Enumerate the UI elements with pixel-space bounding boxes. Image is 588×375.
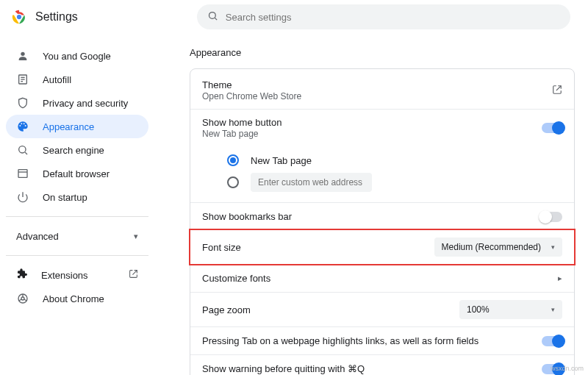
- quit-warning-row: Show warning before quitting with ⌘Q: [190, 354, 574, 375]
- extensions-label: Extensions: [41, 270, 88, 281]
- sidebar-separator: [6, 255, 148, 256]
- sidebar-separator: [6, 216, 148, 217]
- radio-newtab-row[interactable]: New Tab page: [227, 149, 562, 171]
- sidebar-item-label: Default browser: [43, 168, 110, 179]
- custom-address-input[interactable]: [251, 173, 372, 192]
- dropdown-triangle-icon: ▾: [551, 306, 555, 313]
- page-zoom-label: Page zoom: [202, 304, 251, 315]
- browser-icon: [16, 168, 29, 179]
- sidebar-item-label: Privacy and security: [43, 98, 128, 109]
- open-external-icon: [552, 85, 562, 97]
- bookmarks-toggle[interactable]: [542, 212, 562, 222]
- sidebar-item-extensions[interactable]: Extensions: [6, 263, 148, 287]
- person-icon: [16, 50, 29, 62]
- shield-icon: [16, 97, 29, 109]
- tab-highlight-row: Pressing Tab on a webpage highlights lin…: [190, 326, 574, 354]
- svg-point-1: [17, 15, 21, 19]
- home-button-label: Show home button: [202, 117, 282, 128]
- sidebar: You and Google Autofill Privacy and secu…: [0, 34, 154, 375]
- font-size-dropdown[interactable]: Medium (Recommended) ▾: [434, 238, 562, 257]
- tab-highlight-toggle[interactable]: [542, 336, 562, 346]
- home-button-options: New Tab page: [190, 146, 574, 202]
- appearance-card: Theme Open Chrome Web Store Show home bu…: [190, 68, 575, 375]
- svg-point-16: [21, 297, 24, 300]
- dropdown-triangle-icon: ▾: [551, 243, 555, 251]
- section-title: Appearance: [190, 47, 575, 58]
- home-button-row: Show home button New Tab page: [190, 109, 574, 146]
- home-button-sublabel: New Tab page: [202, 129, 282, 139]
- quit-warning-label: Show warning before quitting with ⌘Q: [202, 363, 365, 374]
- sidebar-item-label: About Chrome: [43, 293, 104, 304]
- sidebar-item-about-chrome[interactable]: About Chrome: [6, 287, 148, 310]
- customize-fonts-row[interactable]: Customize fonts ▸: [190, 264, 574, 292]
- page-zoom-row[interactable]: Page zoom 100% ▾: [190, 292, 574, 326]
- bookmarks-row: Show bookmarks bar: [190, 202, 574, 230]
- chrome-logo-icon: [12, 10, 26, 24]
- sidebar-item-label: Appearance: [43, 121, 94, 132]
- bookmarks-label: Show bookmarks bar: [202, 211, 292, 222]
- sidebar-item-appearance[interactable]: Appearance: [6, 115, 148, 138]
- sidebar-item-label: Search engine: [43, 145, 104, 156]
- paint-icon: [16, 121, 29, 132]
- svg-line-4: [215, 18, 217, 20]
- sidebar-item-privacy[interactable]: Privacy and security: [6, 91, 148, 115]
- extensions-icon: [16, 268, 28, 282]
- search-icon: [207, 10, 218, 24]
- sidebar-item-label: You and Google: [43, 51, 111, 62]
- sidebar-item-search-engine[interactable]: Search engine: [6, 138, 148, 162]
- open-external-icon: [129, 269, 138, 281]
- chevron-down-icon: ▾: [134, 232, 138, 241]
- sidebar-item-autofill[interactable]: Autofill: [6, 68, 148, 91]
- autofill-icon: [16, 74, 29, 85]
- sidebar-item-you-and-google[interactable]: You and Google: [6, 44, 148, 68]
- font-size-row[interactable]: Font size Medium (Recommended) ▾: [189, 229, 576, 265]
- svg-line-18: [19, 299, 21, 301]
- sidebar-item-on-startup[interactable]: On startup: [6, 185, 148, 209]
- font-size-label: Font size: [202, 242, 241, 253]
- tab-highlight-label: Pressing Tab on a webpage highlights lin…: [202, 335, 478, 346]
- main-content: Appearance Theme Open Chrome Web Store S…: [154, 34, 588, 375]
- theme-sublabel: Open Chrome Web Store: [202, 91, 301, 101]
- radio-checked-icon[interactable]: [227, 154, 239, 166]
- power-icon: [16, 191, 29, 203]
- svg-point-10: [19, 146, 26, 153]
- page-zoom-dropdown[interactable]: 100% ▾: [459, 300, 562, 319]
- theme-row[interactable]: Theme Open Chrome Web Store: [190, 69, 574, 109]
- sidebar-item-label: On startup: [43, 192, 87, 203]
- chevron-right-icon: ▸: [558, 274, 562, 283]
- search-input[interactable]: [226, 12, 560, 23]
- svg-point-3: [209, 12, 215, 19]
- home-button-toggle[interactable]: [542, 123, 562, 133]
- sidebar-item-default-browser[interactable]: Default browser: [6, 162, 148, 185]
- sidebar-advanced-toggle[interactable]: Advanced ▾: [6, 224, 148, 248]
- theme-label: Theme: [202, 79, 301, 90]
- font-size-value: Medium (Recommended): [442, 242, 541, 252]
- search-icon: [16, 144, 29, 156]
- radio-newtab-label: New Tab page: [251, 155, 312, 166]
- svg-rect-12: [18, 170, 27, 178]
- sidebar-item-label: Autofill: [43, 74, 71, 85]
- radio-unchecked-icon[interactable]: [227, 176, 239, 188]
- radio-custom-row[interactable]: [227, 171, 562, 193]
- watermark: wsxdn.com: [551, 365, 584, 372]
- svg-point-5: [21, 52, 24, 56]
- advanced-label: Advanced: [16, 231, 59, 242]
- search-bar[interactable]: [197, 4, 570, 29]
- chrome-icon: [16, 293, 29, 304]
- svg-line-19: [24, 299, 26, 301]
- page-title: Settings: [35, 10, 78, 24]
- svg-line-11: [25, 152, 27, 154]
- page-zoom-value: 100%: [467, 304, 490, 315]
- customize-fonts-label: Customize fonts: [202, 273, 270, 284]
